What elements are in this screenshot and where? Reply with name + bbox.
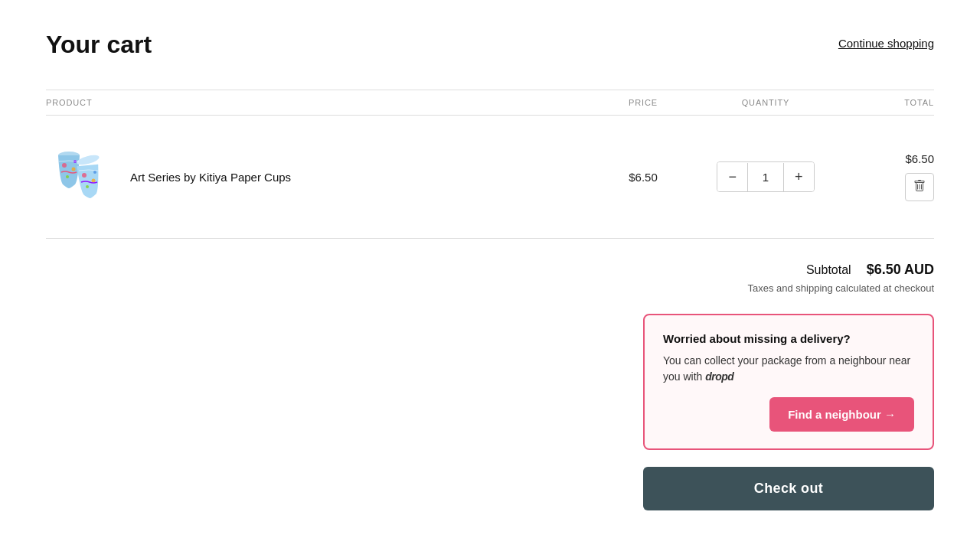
dropd-body-text: You can collect your package from a neig… xyxy=(663,354,910,383)
product-info: Art Series by Kitiya Paper Cups xyxy=(46,139,597,215)
subtotal-row: Subtotal $6.50 AUD xyxy=(806,262,934,278)
page-title: Your cart xyxy=(46,31,152,59)
table-header: PRODUCT PRICE QUANTITY TOTAL xyxy=(46,90,934,115)
quantity-control-wrapper: − 1 + xyxy=(689,161,842,192)
svg-point-8 xyxy=(86,185,89,188)
product-image xyxy=(46,139,115,215)
tax-note: Taxes and shipping calculated at checkou… xyxy=(747,282,934,294)
subtotal-label: Subtotal xyxy=(806,263,851,277)
dropd-btn-row: Find a neighbour → xyxy=(663,397,914,432)
checkout-button[interactable]: Check out xyxy=(643,467,934,510)
cart-header: Your cart Continue shopping xyxy=(46,31,934,59)
subtotal-amount: $6.50 AUD xyxy=(867,262,934,278)
product-price: $6.50 xyxy=(597,171,689,184)
dropd-widget-title: Worried about missing a delivery? xyxy=(663,332,914,345)
continue-shopping-link[interactable]: Continue shopping xyxy=(838,37,934,50)
svg-point-3 xyxy=(66,175,69,178)
quantity-value: 1 xyxy=(747,163,784,191)
product-total-col: $6.50 xyxy=(842,152,934,201)
delete-icon xyxy=(913,180,926,192)
checkout-section: Check out xyxy=(643,455,934,510)
svg-point-2 xyxy=(72,168,76,171)
col-header-price: PRICE xyxy=(597,98,689,107)
quantity-stepper: − 1 + xyxy=(717,161,814,192)
col-header-quantity: QUANTITY xyxy=(689,98,842,107)
summary-section: Subtotal $6.50 AUD Taxes and shipping ca… xyxy=(46,262,934,510)
dropd-widget: Worried about missing a delivery? You ca… xyxy=(643,314,934,450)
svg-point-6 xyxy=(82,173,87,178)
col-header-total: TOTAL xyxy=(842,98,934,107)
decrease-quantity-button[interactable]: − xyxy=(717,162,747,191)
svg-point-9 xyxy=(93,171,96,174)
product-total: $6.50 xyxy=(905,152,934,165)
svg-point-7 xyxy=(92,179,96,183)
cart-table-body: Art Series by Kitiya Paper Cups $6.50 − … xyxy=(46,115,934,239)
dropd-widget-body: You can collect your package from a neig… xyxy=(663,353,914,385)
svg-point-1 xyxy=(62,163,67,168)
table-row: Art Series by Kitiya Paper Cups $6.50 − … xyxy=(46,131,934,223)
cart-page: Your cart Continue shopping PRODUCT PRIC… xyxy=(0,0,980,551)
product-name: Art Series by Kitiya Paper Cups xyxy=(130,171,291,184)
increase-quantity-button[interactable]: + xyxy=(784,162,814,191)
total-with-delete: $6.50 xyxy=(842,152,934,201)
remove-item-button[interactable] xyxy=(905,173,934,201)
col-header-product: PRODUCT xyxy=(46,98,597,107)
dropd-brand: dropd xyxy=(705,370,733,383)
find-neighbour-button[interactable]: Find a neighbour → xyxy=(769,397,914,432)
